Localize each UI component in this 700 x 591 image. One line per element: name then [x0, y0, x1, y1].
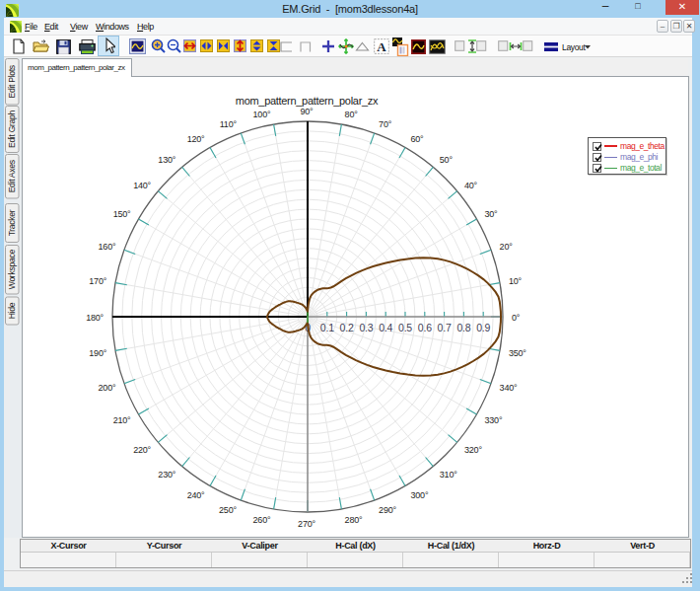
- svg-text:0.5: 0.5: [398, 322, 412, 333]
- svg-text:0.1: 0.1: [320, 322, 334, 333]
- svg-text:290°: 290°: [379, 505, 396, 515]
- svg-text:230°: 230°: [158, 470, 175, 480]
- svg-text:10°: 10°: [509, 276, 523, 286]
- svg-text:350°: 350°: [509, 348, 526, 358]
- svg-text:80°: 80°: [345, 110, 359, 119]
- svg-text:0.2: 0.2: [340, 322, 354, 333]
- svg-text:260°: 260°: [253, 515, 271, 525]
- svg-text:0.9: 0.9: [476, 322, 490, 333]
- svg-text:220°: 220°: [133, 445, 151, 455]
- svg-text:20°: 20°: [500, 242, 514, 252]
- svg-text:0.8: 0.8: [456, 322, 470, 333]
- svg-text:190°: 190°: [89, 348, 106, 358]
- svg-text:250°: 250°: [219, 505, 237, 515]
- svg-text:70°: 70°: [379, 119, 392, 129]
- svg-text:210°: 210°: [113, 415, 131, 425]
- svg-text:270°: 270°: [298, 519, 315, 529]
- svg-text:300°: 300°: [411, 490, 429, 500]
- svg-text:mom_pattern_pattern_polar_zx: mom_pattern_pattern_polar_zx: [236, 95, 379, 107]
- svg-text:0.4: 0.4: [379, 322, 392, 333]
- svg-text:150°: 150°: [113, 209, 131, 219]
- svg-text:310°: 310°: [440, 470, 457, 480]
- svg-text:100°: 100°: [253, 110, 271, 119]
- svg-text:330°: 330°: [485, 415, 503, 425]
- svg-text:0.3: 0.3: [359, 322, 373, 333]
- svg-text:60°: 60°: [411, 134, 425, 144]
- svg-text:0.6: 0.6: [418, 322, 432, 333]
- svg-text:240°: 240°: [187, 490, 205, 500]
- svg-text:120°: 120°: [187, 134, 205, 144]
- svg-text:30°: 30°: [485, 209, 499, 219]
- svg-text:110°: 110°: [220, 119, 238, 129]
- svg-text:40°: 40°: [464, 181, 478, 190]
- svg-text:140°: 140°: [133, 181, 151, 190]
- svg-text:170°: 170°: [89, 276, 106, 286]
- svg-text:340°: 340°: [500, 383, 518, 393]
- svg-text:90°: 90°: [300, 107, 314, 116]
- svg-text:50°: 50°: [440, 155, 454, 165]
- svg-text:320°: 320°: [464, 445, 482, 455]
- svg-text:160°: 160°: [99, 242, 116, 252]
- svg-text:130°: 130°: [158, 155, 175, 165]
- svg-text:280°: 280°: [345, 515, 363, 525]
- svg-text:200°: 200°: [99, 383, 116, 393]
- svg-text:180°: 180°: [86, 313, 104, 323]
- svg-text:0.7: 0.7: [438, 322, 452, 333]
- svg-text:0°: 0°: [512, 313, 521, 323]
